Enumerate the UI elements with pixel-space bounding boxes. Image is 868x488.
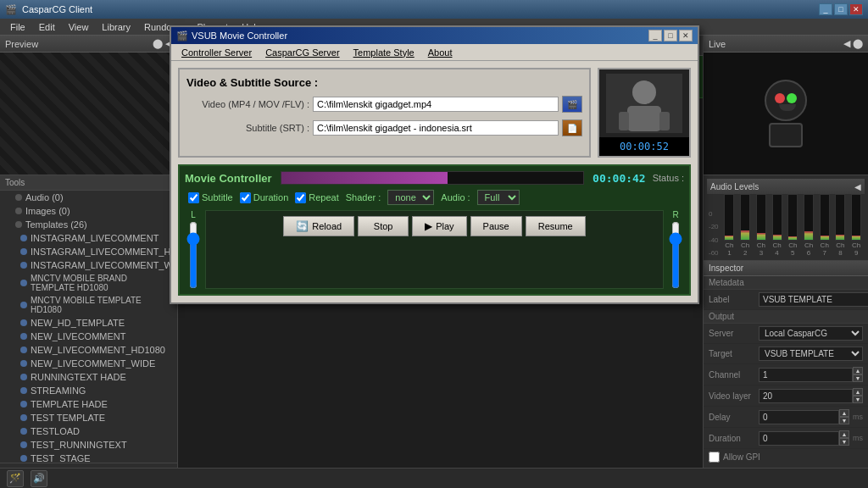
list-item[interactable]: INSTAGRAM_LIVECOMMENT	[0, 231, 177, 245]
duration-input[interactable]	[759, 431, 839, 446]
wand-icon[interactable]: 🪄	[7, 470, 24, 487]
list-item[interactable]: STREAMING	[0, 384, 177, 397]
preview-header: Preview ⬤ ◀	[0, 36, 177, 53]
video-browse-button[interactable]: 🎬	[562, 96, 582, 113]
inspector-label-input[interactable]	[759, 292, 868, 307]
allow-gpi-checkbox[interactable]	[709, 452, 720, 463]
list-item[interactable]: TEST_RUNNINGTEXT	[0, 438, 177, 452]
minimize-button[interactable]: _	[819, 3, 832, 15]
videolayer-up[interactable]: ▲	[853, 388, 863, 396]
menu-library[interactable]: Library	[95, 20, 137, 34]
library-images[interactable]: Images (0)	[0, 204, 177, 218]
dialog-menu-about[interactable]: About	[421, 46, 459, 59]
svg-rect-2	[627, 106, 661, 131]
list-item[interactable]: INSTAGRAM_LIVECOMMENT_WIDE	[0, 258, 177, 272]
bullet-icon	[15, 194, 22, 201]
right-vol-slider[interactable]	[669, 221, 682, 289]
bullet-icon	[20, 319, 27, 326]
list-item[interactable]: TEST TEMPLATE	[0, 411, 177, 424]
source-section: Video & Subtitle Source : Video (MP4 / M…	[178, 68, 591, 158]
dialog-maximize[interactable]: □	[664, 30, 677, 42]
library-audio[interactable]: Audio (0)	[0, 191, 177, 204]
audio-collapse[interactable]: ◀	[854, 182, 861, 191]
dialog-menu-controller[interactable]: Controller Server	[175, 46, 259, 59]
resume-button[interactable]: Resume	[526, 216, 586, 236]
live-controls[interactable]: ◀ ⬤	[843, 38, 863, 49]
delay-input[interactable]	[759, 410, 839, 424]
left-vol-slider[interactable]	[186, 221, 200, 289]
mascot-head	[765, 80, 807, 121]
inspector-server-select[interactable]: Local CasparCG	[759, 326, 863, 341]
subtitle-check-label: Subtitle	[202, 192, 233, 202]
video-label: Video (MP4 / MOV /FLV) :	[186, 99, 309, 109]
video-input[interactable]	[313, 97, 559, 112]
videolayer-down[interactable]: ▼	[853, 396, 863, 403]
bullet-icon	[20, 333, 27, 340]
library-templates[interactable]: Templates (26)	[0, 218, 177, 231]
audio-levels: 0 -20 -40 -60 Ch 1 Ch 2	[707, 197, 865, 257]
subtitle-browse-button[interactable]: 📄	[562, 119, 582, 136]
inspector-header: Inspector	[704, 261, 868, 276]
list-item[interactable]: INSTAGRAM_LIVECOMMENT_HD1080	[0, 245, 177, 258]
bullet-icon	[20, 235, 27, 241]
dialog-title-text: VSUB Movie Controller	[192, 30, 287, 41]
play-button[interactable]: ▶ Play	[412, 216, 466, 236]
videolayer-input[interactable]	[759, 389, 853, 403]
duration-up[interactable]: ▲	[839, 430, 849, 438]
dialog-close[interactable]: ✕	[679, 30, 693, 42]
speaker-icon[interactable]: 🔊	[31, 470, 47, 487]
subtitle-source-row: Subtitle (SRT) : 📄	[186, 119, 582, 136]
channel-down[interactable]: ▼	[853, 374, 863, 382]
dialog-menu-template[interactable]: Template Style	[347, 46, 421, 59]
menu-file[interactable]: File	[3, 20, 32, 34]
video-preview-image	[606, 74, 682, 133]
play-icon: ▶	[425, 220, 432, 232]
list-item[interactable]: NEW_HD_TEMPLATE	[0, 316, 177, 330]
subtitle-input[interactable]	[313, 120, 559, 136]
list-item[interactable]: TESTLOAD	[0, 424, 177, 438]
duration-checkbox[interactable]	[240, 192, 251, 203]
delay-down[interactable]: ▼	[839, 417, 849, 424]
list-item[interactable]: TEMPLATE HADE	[0, 397, 177, 411]
shader-select[interactable]: none	[387, 190, 434, 205]
channel-input[interactable]	[759, 368, 853, 382]
inspector-target-select[interactable]: VSUB TEMPLATE	[759, 347, 863, 361]
audio-channel-3: Ch 3	[754, 194, 768, 257]
stop-button[interactable]: Stop	[358, 216, 409, 236]
controller-section: Movie Controller 00:00:42 Status : Subti…	[178, 164, 691, 296]
close-button[interactable]: ✕	[849, 3, 863, 15]
audio-scale: 0 -20 -40 -60	[709, 210, 719, 257]
svg-rect-4	[659, 112, 670, 130]
duration-down[interactable]: ▼	[839, 438, 849, 446]
list-item[interactable]: MNCTV MOBILE BRAND TEMPLATE HD1080	[0, 272, 177, 294]
inspector-target-row: Target VSUB TEMPLATE	[704, 344, 868, 364]
repeat-checkbox[interactable]	[295, 192, 306, 203]
list-item[interactable]: RUNNINGTEXT HADE	[0, 370, 177, 384]
reload-button[interactable]: 🔄 Reload	[283, 216, 354, 236]
delay-up[interactable]: ▲	[839, 409, 849, 417]
transport-buttons: 🔄 Reload Stop ▶ Play Pause Resume	[211, 216, 658, 236]
dialog-minimize[interactable]: _	[648, 30, 662, 42]
output-header: Output	[704, 310, 868, 324]
inspector-server-row: Server Local CasparCG	[704, 324, 868, 344]
list-item[interactable]: NEW_LIVECOMMENT	[0, 330, 177, 343]
channel-up[interactable]: ▲	[853, 367, 863, 374]
audio-channel-7: Ch 7	[818, 194, 832, 257]
subtitle-checkbox[interactable]	[188, 192, 199, 203]
tools-header[interactable]: Tools	[0, 175, 177, 191]
duration-spinbox: ▲ ▼	[759, 430, 849, 446]
list-item[interactable]: NEW_LIVECOMMENT_HD1080	[0, 343, 177, 357]
audio-header-label: Audio Levels	[710, 182, 759, 191]
maximize-button[interactable]: □	[834, 3, 848, 15]
list-item[interactable]: TEST_STAGE	[0, 452, 177, 463]
list-item[interactable]: MNCTV MOBILE TEMPLATE HD1080	[0, 294, 177, 316]
source-title: Video & Subtitle Source :	[186, 76, 582, 89]
audio-ctrl-select[interactable]: Full	[477, 190, 520, 205]
pause-button[interactable]: Pause	[470, 216, 522, 236]
audio-channel-5: Ch 5	[786, 194, 799, 257]
audio-channel-8: Ch 8	[834, 194, 848, 257]
menu-edit[interactable]: Edit	[32, 20, 62, 34]
list-item[interactable]: NEW_LIVECOMMENT_WIDE	[0, 357, 177, 370]
menu-view[interactable]: View	[62, 20, 96, 34]
dialog-menu-casparcg[interactable]: CasparCG Server	[259, 46, 346, 59]
